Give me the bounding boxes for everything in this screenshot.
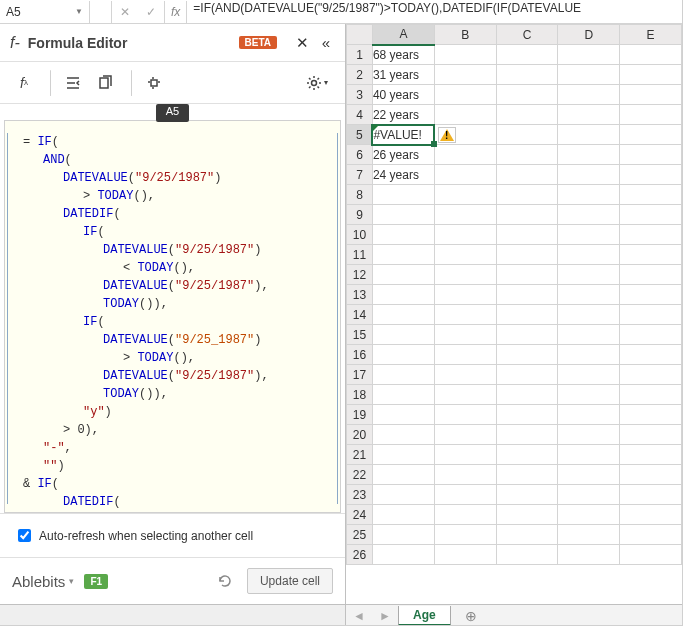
cell-A22[interactable]: [372, 465, 434, 485]
row-header-18[interactable]: 18: [347, 385, 373, 405]
cell-E8[interactable]: [620, 185, 682, 205]
cell-C2[interactable]: [496, 65, 558, 85]
cell-B9[interactable]: [434, 205, 496, 225]
outdent-button[interactable]: [59, 70, 87, 96]
tab-nav-next[interactable]: ►: [372, 609, 398, 623]
error-indicator[interactable]: [438, 127, 456, 143]
col-header-C[interactable]: C: [496, 25, 558, 45]
cell-D12[interactable]: [558, 265, 620, 285]
cell-C1[interactable]: [496, 45, 558, 65]
row-header-19[interactable]: 19: [347, 405, 373, 425]
brand-menu[interactable]: Ablebits▾: [12, 573, 74, 590]
cell-E1[interactable]: [620, 45, 682, 65]
cell-A6[interactable]: 26 years: [372, 145, 434, 165]
cell-B2[interactable]: [434, 65, 496, 85]
cell-D26[interactable]: [558, 545, 620, 565]
cell-E10[interactable]: [620, 225, 682, 245]
cell-C7[interactable]: [496, 165, 558, 185]
cell-E12[interactable]: [620, 265, 682, 285]
cell-D5[interactable]: [558, 125, 620, 145]
row-header-15[interactable]: 15: [347, 325, 373, 345]
copy-button[interactable]: [91, 70, 119, 96]
cell-E24[interactable]: [620, 505, 682, 525]
select-all-corner[interactable]: [347, 25, 373, 45]
cell-B4[interactable]: [434, 105, 496, 125]
cell-A20[interactable]: [372, 425, 434, 445]
formula-code-editor[interactable]: = IF( AND( DATEVALUE("9/25/1987") > TODA…: [4, 120, 341, 513]
cell-C10[interactable]: [496, 225, 558, 245]
cell-D7[interactable]: [558, 165, 620, 185]
cell-C23[interactable]: [496, 485, 558, 505]
cell-D22[interactable]: [558, 465, 620, 485]
cell-B13[interactable]: [434, 285, 496, 305]
accept-formula-button[interactable]: ✓: [138, 1, 164, 23]
cell-A9[interactable]: [372, 205, 434, 225]
cell-C11[interactable]: [496, 245, 558, 265]
row-header-3[interactable]: 3: [347, 85, 373, 105]
cell-E23[interactable]: [620, 485, 682, 505]
cell-A13[interactable]: [372, 285, 434, 305]
row-header-21[interactable]: 21: [347, 445, 373, 465]
cell-E2[interactable]: [620, 65, 682, 85]
cell-E21[interactable]: [620, 445, 682, 465]
cell-C20[interactable]: [496, 425, 558, 445]
cell-E22[interactable]: [620, 465, 682, 485]
cell-D6[interactable]: [558, 145, 620, 165]
cell-A4[interactable]: 22 years: [372, 105, 434, 125]
cell-E15[interactable]: [620, 325, 682, 345]
cell-A10[interactable]: [372, 225, 434, 245]
tab-nav-prev[interactable]: ◄: [346, 609, 372, 623]
cell-D18[interactable]: [558, 385, 620, 405]
cell-E4[interactable]: [620, 105, 682, 125]
cell-B15[interactable]: [434, 325, 496, 345]
col-header-B[interactable]: B: [434, 25, 496, 45]
cell-B24[interactable]: [434, 505, 496, 525]
cell-A16[interactable]: [372, 345, 434, 365]
cell-C16[interactable]: [496, 345, 558, 365]
cell-B19[interactable]: [434, 405, 496, 425]
cell-A2[interactable]: 31 years: [372, 65, 434, 85]
cell-B26[interactable]: [434, 545, 496, 565]
row-header-14[interactable]: 14: [347, 305, 373, 325]
cell-B12[interactable]: [434, 265, 496, 285]
cell-D9[interactable]: [558, 205, 620, 225]
row-header-8[interactable]: 8: [347, 185, 373, 205]
cell-A7[interactable]: 24 years: [372, 165, 434, 185]
cell-B16[interactable]: [434, 345, 496, 365]
cell-B7[interactable]: [434, 165, 496, 185]
cell-C18[interactable]: [496, 385, 558, 405]
row-header-1[interactable]: 1: [347, 45, 373, 65]
cell-D3[interactable]: [558, 85, 620, 105]
worksheet-grid[interactable]: ABCDE168 years231 years340 years422 year…: [346, 24, 682, 604]
cell-D15[interactable]: [558, 325, 620, 345]
cell-E5[interactable]: [620, 125, 682, 145]
cell-A19[interactable]: [372, 405, 434, 425]
cell-B8[interactable]: [434, 185, 496, 205]
cell-D19[interactable]: [558, 405, 620, 425]
cell-B25[interactable]: [434, 525, 496, 545]
expand-icon[interactable]: «: [317, 34, 335, 52]
cell-E7[interactable]: [620, 165, 682, 185]
cell-D23[interactable]: [558, 485, 620, 505]
row-header-24[interactable]: 24: [347, 505, 373, 525]
cell-D21[interactable]: [558, 445, 620, 465]
row-header-20[interactable]: 20: [347, 425, 373, 445]
cell-D10[interactable]: [558, 225, 620, 245]
name-box[interactable]: A5 ▼: [0, 1, 90, 23]
cell-A24[interactable]: [372, 505, 434, 525]
sheet-tab-age[interactable]: Age: [398, 606, 451, 626]
cell-C24[interactable]: [496, 505, 558, 525]
row-header-23[interactable]: 23: [347, 485, 373, 505]
col-header-D[interactable]: D: [558, 25, 620, 45]
cell-A14[interactable]: [372, 305, 434, 325]
cell-D14[interactable]: [558, 305, 620, 325]
cell-E13[interactable]: [620, 285, 682, 305]
row-header-9[interactable]: 9: [347, 205, 373, 225]
cell-C25[interactable]: [496, 525, 558, 545]
cell-E9[interactable]: [620, 205, 682, 225]
row-header-11[interactable]: 11: [347, 245, 373, 265]
cell-A18[interactable]: [372, 385, 434, 405]
cell-E26[interactable]: [620, 545, 682, 565]
cell-C17[interactable]: [496, 365, 558, 385]
cell-E19[interactable]: [620, 405, 682, 425]
